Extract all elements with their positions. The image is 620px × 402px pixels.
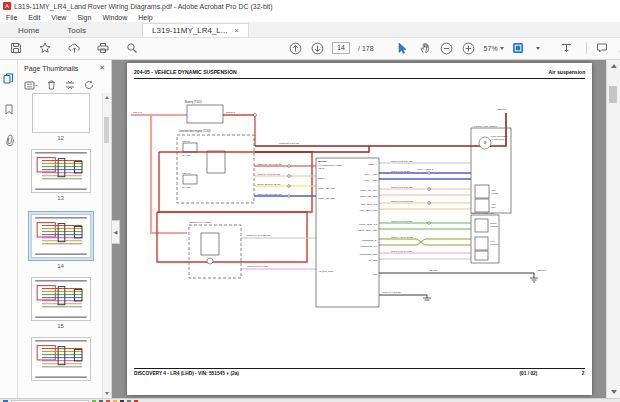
diagram-component-box (177, 135, 254, 203)
footer-rule (134, 368, 585, 369)
tab-document-label: L319-11MY_LR4_L... (152, 26, 227, 35)
print-icon[interactable] (96, 41, 110, 55)
diagram-label: COMP_V (318, 177, 327, 180)
document-scrollbar-thumb[interactable] (609, 86, 617, 103)
panel-scrollbar[interactable] (102, 93, 111, 398)
diagram-label: COMP_TEMP_GND (358, 229, 377, 232)
diagram-label: C0044-1 (133, 111, 143, 114)
diagram-label: Air suspension (491, 138, 504, 140)
diagram-connector (288, 165, 291, 168)
diagram-wire (379, 273, 534, 278)
tab-home[interactable]: Home (4, 24, 53, 37)
diagram-label: MOT_TEMP_GND (360, 209, 378, 212)
thumbnail-diagram-preview (32, 150, 90, 192)
highlight-pencil-icon[interactable] (617, 41, 620, 55)
next-page-icon[interactable] (310, 41, 324, 55)
diagram-label: COU_A_POS (364, 173, 377, 176)
windows-taskbar[interactable] (0, 398, 620, 402)
diagram-label: COMP_REL_POS (360, 189, 378, 192)
select-tool-pointer-icon[interactable] (396, 41, 410, 55)
previous-page-icon[interactable] (288, 41, 302, 55)
diagram-label: Reservoir (490, 243, 499, 245)
tab-close-icon[interactable]: × (235, 27, 239, 34)
panel-scrollbar-thumb[interactable] (104, 117, 109, 143)
page-thumbnail-15[interactable]: 15 (18, 277, 103, 329)
zoom-out-icon[interactable] (440, 41, 454, 55)
fit-page-icon[interactable] (512, 41, 526, 55)
panel-scroll-down-icon[interactable] (105, 392, 109, 395)
diagram-component-box (471, 128, 511, 213)
search-icon[interactable] (125, 41, 139, 55)
save-icon[interactable] (9, 41, 23, 55)
title-bar: A L319-11MY_LR4_Land Rover Wiring Diagra… (0, 0, 620, 12)
menu-item-sign[interactable]: Sign (77, 14, 91, 21)
panel-close-icon[interactable]: ✕ (99, 64, 105, 72)
diagram-label: relief (491, 206, 496, 208)
zoom-level-control[interactable]: 57% (484, 45, 504, 52)
diagram-label: Pressure (490, 225, 499, 227)
menu-item-window[interactable]: Window (102, 14, 127, 21)
diagram-label: Reservoir control valve (471, 212, 495, 214)
delete-page-trash-icon[interactable] (47, 76, 56, 94)
diagram-label: PRESSURE_GND (360, 253, 378, 256)
diagram-label: C0346-8 W0.75-BU (391, 170, 411, 172)
diagram-connector (254, 114, 257, 117)
diagram-label: Valve (490, 240, 496, 242)
page-thumbnail-16[interactable] (18, 337, 103, 381)
insert-page-icon[interactable] (65, 76, 75, 94)
thumbnail-diagram-preview (32, 338, 90, 380)
thumbnail-options-icon[interactable] (24, 76, 38, 94)
star-icon[interactable] (38, 41, 52, 55)
diagram-label: C0576-1 (226, 111, 236, 114)
diagram-label: C0576-17E W0.5-BU-OG (257, 193, 282, 195)
fit-width-icon[interactable] (560, 41, 574, 55)
cloud-upload-icon[interactable] (67, 41, 81, 55)
comment-icon[interactable] (595, 41, 609, 55)
diagram-label: COMP_TEMP_SIG (359, 223, 377, 226)
diagram-connector (428, 172, 431, 175)
diagram-label: C0871-24 W2.5-BK (382, 291, 402, 293)
diagram-connector (428, 188, 431, 191)
bookmarks-panel-icon[interactable] (4, 101, 14, 119)
panel-scroll-up-icon[interactable] (105, 96, 109, 99)
document-scrollbar[interactable] (606, 60, 620, 398)
page-number-input[interactable]: 14 (332, 42, 350, 54)
diagram-label: C0576-2A W0.5-PK-OG (257, 173, 281, 175)
diagram-label: COMP_REL_NEG (318, 197, 335, 200)
document-pane: ◀ 204-05 - VEHICLE DYNAMIC SUSPENSION Ai… (112, 60, 620, 398)
panel-title: Page Thumbnails (24, 65, 78, 72)
diagram-component-box (201, 233, 219, 255)
diagram-label: COMP_REL_NEG (360, 195, 377, 198)
page-header-section: 204-05 - VEHICLE DYNAMIC SUSPENSION (134, 70, 237, 75)
zoom-in-icon[interactable] (462, 41, 476, 55)
left-navigation-rail (0, 60, 18, 398)
fit-caret-icon[interactable] (536, 47, 540, 50)
menu-bar: FileEditViewSignWindowHelp (0, 12, 620, 22)
scroll-down-icon[interactable] (611, 390, 617, 394)
diagram-label: Motor Compressor (491, 135, 508, 137)
page-thumbnail-12[interactable]: 12 (18, 93, 103, 141)
scroll-up-icon[interactable] (611, 64, 617, 68)
diagram-label: C0576-30 W5.0-RD (279, 142, 300, 144)
diagram-label: C0346-4 W0.5-YE-GN (391, 236, 413, 238)
page-thumbnails-panel-icon[interactable] (3, 70, 14, 88)
menu-item-help[interactable]: Help (138, 14, 152, 21)
rotate-page-icon[interactable] (84, 76, 94, 94)
diagram-label: C0576-10A W0.5-RD-OG (257, 163, 282, 165)
attachments-panel-icon[interactable] (4, 132, 14, 150)
tab-tools[interactable]: Tools (53, 24, 100, 37)
page-thumbnail-13[interactable]: 13 (18, 149, 103, 201)
tab-document[interactable]: L319-11MY_LR4_L... × (142, 23, 249, 37)
menu-item-file[interactable]: File (6, 14, 17, 21)
diagram-connector (428, 222, 431, 225)
toolbar: 14 / 178 57% (0, 38, 620, 60)
page-count: / 178 (358, 45, 374, 52)
diagram-wire (157, 212, 307, 262)
diagram-label: Air supply unit (C2001) (472, 125, 498, 128)
menu-item-view[interactable]: View (51, 14, 66, 21)
panel-collapse-handle[interactable]: ◀ (112, 220, 120, 244)
hand-tool-icon[interactable] (418, 41, 432, 55)
diagram-label: C0346-3 W0.5-GY-BU (391, 160, 413, 162)
menu-item-edit[interactable]: Edit (28, 14, 40, 21)
page-thumbnail-14[interactable]: 14 (18, 209, 103, 269)
